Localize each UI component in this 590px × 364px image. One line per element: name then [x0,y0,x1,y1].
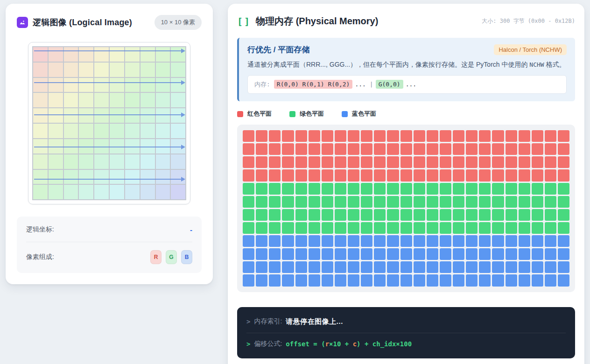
memory-cell-red-plane-3[interactable] [282,130,294,142]
memory-cell-red-plane-37[interactable] [400,143,412,155]
memory-cell-red-plane-48[interactable] [545,143,556,155]
memory-cell-blue-plane-10[interactable] [374,235,386,247]
pixel-cell-2-6[interactable] [125,78,140,92]
memory-cell-red-plane-15[interactable] [440,130,451,142]
memory-cell-red-plane-6[interactable] [322,130,333,142]
memory-cell-red-plane-82[interactable] [335,169,346,181]
memory-cell-green-plane-0[interactable] [243,183,254,195]
memory-cell-green-plane-12[interactable] [400,183,412,195]
memory-cell-green-plane-25[interactable] [243,196,254,208]
memory-cell-red-plane-84[interactable] [361,169,372,181]
memory-cell-blue-plane-66[interactable] [453,261,464,273]
pixel-cell-3-3[interactable] [79,93,93,107]
memory-cell-blue-plane-4[interactable] [295,235,307,247]
pixel-cell-8-4[interactable] [94,170,109,184]
pixel-cell-4-2[interactable] [64,108,78,123]
memory-cell-green-plane-70[interactable] [506,209,517,221]
pixel-cell-0-7[interactable] [140,47,155,62]
pixel-cell-0-5[interactable] [110,47,124,62]
pixel-cell-2-3[interactable] [79,78,93,92]
memory-cell-red-plane-34[interactable] [361,143,372,155]
pixel-cell-5-6[interactable] [125,124,140,138]
logical-pixel-grid[interactable] [32,46,186,200]
pixel-cell-2-2[interactable] [64,78,78,92]
memory-cell-blue-plane-64[interactable] [427,261,438,273]
memory-cell-green-plane-57[interactable] [335,209,346,221]
memory-cell-blue-plane-48[interactable] [545,248,556,260]
memory-cell-red-plane-4[interactable] [295,130,307,142]
memory-cell-blue-plane-78[interactable] [282,274,294,286]
memory-cell-blue-plane-8[interactable] [348,235,359,247]
memory-cell-red-plane-26[interactable] [256,143,267,155]
pixel-cell-0-6[interactable] [125,47,140,62]
memory-cell-green-plane-55[interactable] [309,209,320,221]
memory-cell-green-plane-39[interactable] [427,196,438,208]
memory-cell-blue-plane-72[interactable] [532,261,543,273]
memory-cell-red-plane-69[interactable] [492,156,504,168]
memory-cell-green-plane-94[interactable] [492,222,504,234]
memory-cell-green-plane-14[interactable] [427,183,438,195]
memory-cell-red-plane-49[interactable] [558,143,569,155]
memory-cell-blue-plane-16[interactable] [453,235,464,247]
memory-cell-blue-plane-55[interactable] [309,261,320,273]
memory-cell-green-plane-56[interactable] [322,209,333,221]
pixel-cell-1-9[interactable] [171,63,185,77]
memory-cell-blue-plane-69[interactable] [492,261,504,273]
pixel-cell-7-7[interactable] [140,154,155,169]
memory-cell-blue-plane-80[interactable] [309,274,320,286]
memory-cell-blue-plane-67[interactable] [466,261,478,273]
pixel-cell-1-2[interactable] [64,63,78,77]
pixel-cell-8-1[interactable] [49,170,63,184]
memory-cell-red-plane-8[interactable] [348,130,359,142]
memory-cell-green-plane-7[interactable] [335,183,346,195]
memory-cell-blue-plane-97[interactable] [532,274,543,286]
memory-cell-green-plane-10[interactable] [374,183,386,195]
pixel-cell-8-2[interactable] [64,170,78,184]
memory-cell-green-plane-47[interactable] [532,196,543,208]
memory-cell-blue-plane-96[interactable] [519,274,530,286]
memory-cell-red-plane-76[interactable] [256,169,267,181]
memory-cell-green-plane-38[interactable] [414,196,425,208]
memory-cell-green-plane-20[interactable] [506,183,517,195]
memory-cell-blue-plane-30[interactable] [309,248,320,260]
memory-cell-green-plane-96[interactable] [519,222,530,234]
memory-cell-red-plane-57[interactable] [335,156,346,168]
pixel-cell-7-1[interactable] [49,154,63,169]
memory-cell-blue-plane-76[interactable] [256,274,267,286]
memory-cell-red-plane-77[interactable] [269,169,281,181]
memory-cell-blue-plane-60[interactable] [374,261,386,273]
pixel-cell-3-8[interactable] [156,93,170,107]
pixel-cell-7-2[interactable] [64,154,78,169]
memory-cell-green-plane-75[interactable] [243,222,254,234]
memory-cell-green-plane-15[interactable] [440,183,451,195]
memory-cell-blue-plane-22[interactable] [532,235,543,247]
pixel-cell-2-0[interactable] [33,78,48,92]
pixel-cell-9-6[interactable] [125,185,140,199]
pixel-cell-9-0[interactable] [33,185,48,199]
memory-cell-green-plane-33[interactable] [348,196,359,208]
pixel-cell-2-4[interactable] [94,78,109,92]
pixel-cell-1-4[interactable] [94,63,109,77]
memory-cell-blue-plane-53[interactable] [282,261,294,273]
memory-cell-green-plane-19[interactable] [492,183,504,195]
pixel-cell-5-5[interactable] [110,124,124,138]
memory-cell-green-plane-92[interactable] [466,222,478,234]
memory-cell-red-plane-83[interactable] [348,169,359,181]
pixel-cell-1-8[interactable] [156,63,170,77]
pixel-cell-5-9[interactable] [171,124,185,138]
memory-cell-red-plane-58[interactable] [348,156,359,168]
memory-cell-green-plane-60[interactable] [374,209,386,221]
pixel-cell-5-4[interactable] [94,124,109,138]
memory-cell-green-plane-89[interactable] [427,222,438,234]
memory-cell-green-plane-77[interactable] [269,222,281,234]
memory-cell-green-plane-62[interactable] [400,209,412,221]
memory-cell-green-plane-90[interactable] [440,222,451,234]
memory-cell-red-plane-25[interactable] [243,143,254,155]
memory-cell-blue-plane-25[interactable] [243,248,254,260]
memory-cell-blue-plane-52[interactable] [269,261,281,273]
memory-cell-blue-plane-99[interactable] [558,274,569,286]
memory-cell-blue-plane-28[interactable] [282,248,294,260]
memory-cell-green-plane-3[interactable] [282,183,294,195]
pixel-cell-3-7[interactable] [140,93,155,107]
memory-cell-green-plane-26[interactable] [256,196,267,208]
